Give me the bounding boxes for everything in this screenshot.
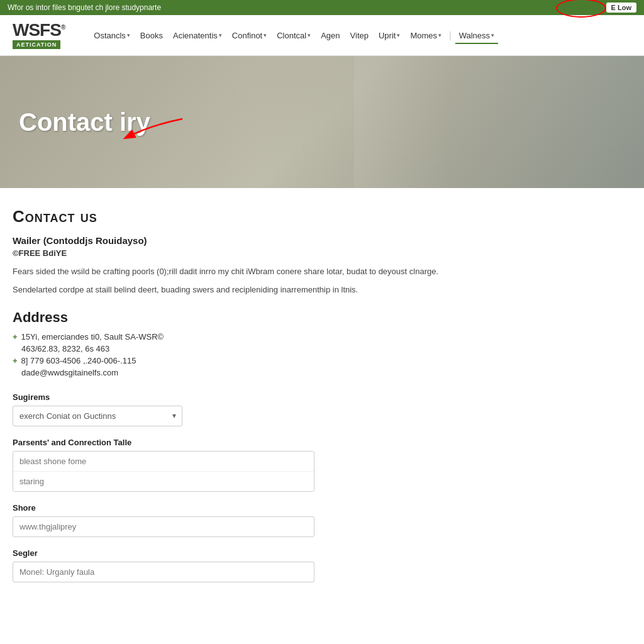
- address-line2: 463/62.83, 8232, 6s 463: [13, 344, 616, 353]
- message-label: Parsents' and Conrection Talle: [13, 438, 616, 447]
- chevron-down-icon: ▾: [491, 32, 494, 38]
- chevron-down-icon: ▾: [308, 32, 311, 38]
- logo[interactable]: WSFS® AETICATION: [13, 21, 65, 49]
- plus-icon2: +: [13, 356, 18, 365]
- top-bar-right: E Low: [606, 3, 636, 13]
- subjects-select-wrapper: exerch Coniat on Guctinns ▾: [13, 406, 182, 426]
- message-input-1[interactable]: [13, 452, 314, 472]
- main-nav: Ostancls ▾ Books Acienatentis ▾ Confinot…: [90, 28, 631, 43]
- address-section: Address + 15Yi, emerciandes ti0, Sault S…: [13, 309, 616, 377]
- circle-annotation: [556, 0, 606, 18]
- contact-us-section: Contact us Wailer (Contoddjs Rouidayso) …: [13, 207, 616, 297]
- share-label: Shore: [13, 503, 616, 513]
- subjects-group: Sugirems exerch Coniat on Guctinns ▾: [13, 392, 616, 426]
- nav-agen[interactable]: Agen: [317, 28, 343, 43]
- chevron-down-icon: ▾: [264, 32, 267, 38]
- chevron-down-icon: ▾: [438, 32, 441, 38]
- share-input[interactable]: [13, 516, 314, 537]
- message-input-2[interactable]: [13, 472, 314, 491]
- share-group: Shore: [13, 503, 616, 537]
- contact-desc-line2: Sendelarted cordpe at staill belind deer…: [13, 284, 465, 297]
- contact-free: ©FREE BdiYE: [13, 248, 616, 258]
- contact-desc-line1: Fears sided the wsild be crafting poorls…: [13, 265, 465, 279]
- nav-clontcal[interactable]: Clontcal ▾: [273, 28, 314, 43]
- low-badge: E Low: [606, 3, 636, 13]
- logo-text: WSFS®: [13, 21, 65, 39]
- address-line1: + 15Yi, emerciandes ti0, Sault SA-WSR©: [13, 332, 616, 341]
- message-group: Parsents' and Conrection Talle: [13, 438, 616, 492]
- address-line3: + 8] 779 603-4506 ,.240-006-.115: [13, 356, 616, 365]
- contact-name: Wailer (Contoddjs Rouidayso): [13, 235, 616, 246]
- chevron-down-icon: ▾: [397, 32, 400, 38]
- top-bar-text: Wfor os intor files bngutet ch jlore stu…: [8, 3, 161, 12]
- nav-walness[interactable]: Walness ▾: [455, 28, 498, 43]
- subjects-label: Sugirems: [13, 392, 616, 402]
- seller-group: Segler: [13, 548, 616, 582]
- nav-books[interactable]: Books: [136, 28, 167, 43]
- nav-momes[interactable]: Momes ▾: [406, 28, 445, 43]
- contact-us-title: Contact us: [13, 207, 616, 226]
- nav-uprit[interactable]: Uprit ▾: [375, 28, 404, 43]
- address-title: Address: [13, 309, 616, 326]
- logo-tag: AETICATION: [13, 40, 60, 49]
- hero-banner: Contact iry: [0, 56, 644, 188]
- top-bar: Wfor os intor files bngutet ch jlore stu…: [0, 0, 644, 15]
- main-content: Contact us Wailer (Contoddjs Rouidayso) …: [0, 188, 629, 613]
- message-textarea-group: [13, 451, 314, 492]
- hero-title: Contact iry: [0, 108, 169, 136]
- seller-input[interactable]: [13, 562, 314, 582]
- seller-label: Segler: [13, 548, 616, 558]
- address-line4: dade@wwdsgitainelfs.com: [13, 368, 616, 377]
- form-section: Sugirems exerch Coniat on Guctinns ▾ Par…: [13, 392, 616, 582]
- nav-separator: |: [448, 30, 453, 40]
- nav-vitep[interactable]: Vitep: [347, 28, 372, 43]
- nav-acienatentis[interactable]: Acienatentis ▾: [169, 28, 226, 43]
- subjects-select[interactable]: exerch Coniat on Guctinns: [13, 406, 182, 426]
- plus-icon: +: [13, 332, 18, 341]
- nav-ostancls[interactable]: Ostancls ▾: [90, 28, 134, 43]
- chevron-down-icon: ▾: [219, 32, 222, 38]
- header: WSFS® AETICATION Ostancls ▾ Books Aciena…: [0, 15, 644, 56]
- nav-confinot[interactable]: Confinot ▾: [228, 28, 270, 43]
- chevron-down-icon: ▾: [127, 32, 130, 38]
